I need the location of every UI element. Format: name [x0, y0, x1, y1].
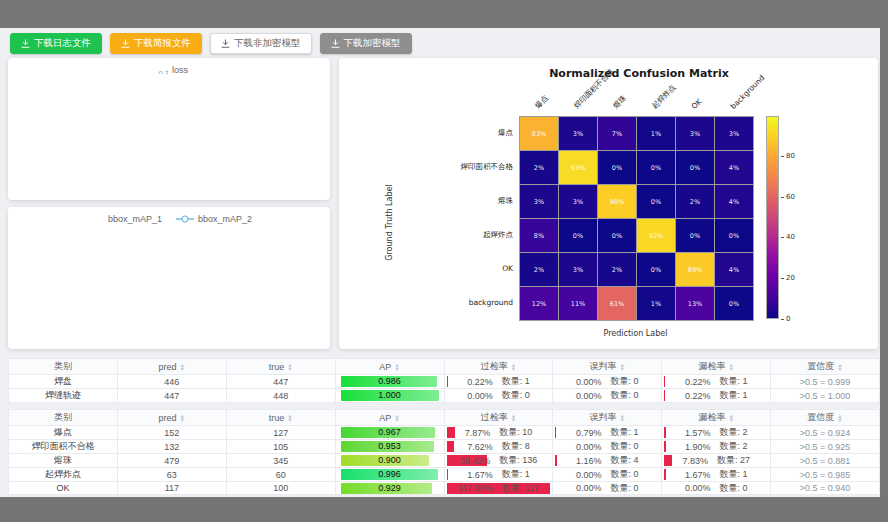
column-header-pred[interactable]: pred▲▼: [117, 359, 226, 375]
misjudge-cell: 0.00%数量: 0: [553, 389, 662, 403]
rate-percent: 0.00%: [576, 470, 602, 480]
rate-percent: 0.22%: [685, 391, 711, 401]
column-header-missrate[interactable]: 漏检率▲▼: [662, 410, 771, 426]
legend-item-bbox_mAP_2[interactable]: bbox_mAP_2: [176, 214, 252, 224]
map-chart-card: 00.20.40.60.81123456789101112bbox_mAP_1b…: [8, 207, 330, 349]
matrix-cell: 0%: [715, 287, 753, 320]
rate-percent: 117.00%: [458, 483, 493, 493]
matrix-cell: 2%: [598, 253, 636, 286]
metrics-tables: 类别pred▲▼true▲▼AP▲▼过检率▲▼误判率▲▼漏检率▲▼置信度▲▼焊盘…: [8, 358, 880, 495]
column-label: true: [269, 362, 285, 372]
rate-percent: 1.67%: [685, 470, 711, 480]
matrix-cell: 1%: [637, 117, 675, 150]
sort-icon[interactable]: ▲▼: [728, 363, 733, 371]
rate-count: 数量: 0: [611, 375, 639, 388]
legend-marker-icon: 00.050.10.150.20.250.30.3512345678910111…: [150, 66, 168, 74]
column-header-confidence[interactable]: 置信度▲▼: [771, 359, 880, 375]
overdetect-cell: 7.62%数量: 8: [444, 440, 553, 454]
column-header-true[interactable]: true▲▼: [226, 359, 335, 375]
column-header-missrate[interactable]: 漏检率▲▼: [662, 359, 771, 375]
matrix-col-label: OK: [690, 97, 704, 111]
ap-value: 0.953: [341, 441, 439, 452]
matrix-cell: 3%: [676, 117, 714, 150]
true-cell: 448: [226, 389, 335, 403]
overdetect-cell: 0.00%数量: 0: [444, 389, 553, 403]
ap-value: 0.967: [341, 427, 439, 438]
column-header-misjudge[interactable]: 误判率▲▼: [553, 410, 662, 426]
legend-label: bbox_mAP_2: [198, 214, 252, 224]
rate-percent: 0.79%: [576, 428, 602, 438]
missrate-cell: 0.22%数量: 1: [662, 375, 771, 389]
class-cell: 爆点: [9, 426, 118, 440]
matrix-cell: 11%: [559, 287, 597, 320]
sort-icon[interactable]: ▲▼: [728, 414, 733, 422]
rate-count: 数量: 136: [499, 454, 537, 467]
class-cell: 焊盘: [9, 375, 118, 389]
column-label: 漏检率: [698, 360, 725, 373]
download-icon: [331, 39, 340, 48]
column-label: pred: [159, 362, 177, 372]
column-label: 过检率: [481, 360, 508, 373]
download-log-file-button[interactable]: 下载日志文件: [10, 33, 102, 54]
matrix-cell: 0%: [637, 185, 675, 218]
confidence-cell: >0.5 = 0.985: [771, 468, 880, 482]
column-header-true[interactable]: true▲▼: [226, 410, 335, 426]
column-label: 置信度: [807, 411, 834, 424]
sort-icon[interactable]: ▲▼: [394, 363, 399, 371]
rate-count: 数量: 1: [719, 468, 747, 481]
download-encrypted-model-button[interactable]: 下载加密模型: [320, 33, 412, 54]
sort-icon[interactable]: ▲▼: [511, 363, 516, 371]
sort-icon[interactable]: ▲▼: [180, 363, 185, 371]
rate-count: 数量: 1: [611, 426, 639, 439]
rate-percent: 1.90%: [685, 442, 711, 452]
ap-cell: 0.986: [335, 375, 444, 389]
true-cell: 127: [226, 426, 335, 440]
legend-item-bbox_mAP_1[interactable]: 00.20.40.60.81123456789101112bbox_mAP_1: [86, 214, 162, 224]
sort-icon[interactable]: ▲▼: [287, 414, 292, 422]
matrix-cell: 0%: [598, 219, 636, 252]
rate-count: 数量: 8: [502, 440, 530, 453]
class-cell: 焊印面积不合格: [9, 440, 118, 454]
column-header-overdetect[interactable]: 过检率▲▼: [444, 410, 553, 426]
matrix-cell: 0%: [676, 219, 714, 252]
sort-icon[interactable]: ▲▼: [287, 363, 292, 371]
column-header-confidence[interactable]: 置信度▲▼: [771, 410, 880, 426]
legend-item-loss[interactable]: 00.050.10.150.20.250.30.3512345678910111…: [150, 65, 188, 75]
ap-value: 0.929: [341, 483, 439, 494]
matrix-cell: 12%: [520, 287, 558, 320]
overdetect-cell: 117.00%数量: 117: [444, 482, 553, 495]
pred-cell: 152: [117, 426, 226, 440]
sort-icon[interactable]: ▲▼: [620, 363, 625, 371]
confusion-matrix-grid: 83%3%7%1%3%3%2%93%0%0%0%4%3%3%90%0%2%4%8…: [519, 116, 754, 321]
rate-count: 数量: 117: [502, 482, 539, 495]
column-header-ap[interactable]: AP▲▼: [335, 410, 444, 426]
sort-icon[interactable]: ▲▼: [180, 414, 185, 422]
column-label: 误判率: [590, 360, 617, 373]
matrix-col-label: 起焊炸点: [650, 83, 678, 111]
sort-icon[interactable]: ▲▼: [394, 414, 399, 422]
column-header-ap[interactable]: AP▲▼: [335, 359, 444, 375]
sort-icon[interactable]: ▲▼: [511, 414, 516, 422]
rate-count: 数量: 0: [611, 389, 639, 402]
rate-count: 数量: 2: [719, 440, 747, 453]
sort-icon[interactable]: ▲▼: [620, 414, 625, 422]
matrix-cell: 3%: [559, 185, 597, 218]
pred-cell: 479: [117, 454, 226, 468]
missrate-cell: 1.67%数量: 1: [662, 468, 771, 482]
download-unencrypted-model-button[interactable]: 下载非加密模型: [210, 33, 312, 54]
sort-icon[interactable]: ▲▼: [837, 414, 842, 422]
table-row: OK1171000.929117.00%数量: 1170.00%数量: 00.0…: [9, 482, 880, 495]
map-chart-legend: 00.20.40.60.81123456789101112bbox_mAP_1b…: [14, 211, 324, 227]
misjudge-cell: 0.00%数量: 0: [553, 468, 662, 482]
download-report-file-button[interactable]: 下载简报文件: [110, 33, 202, 54]
loss-chart-card: 00.050.10.150.20.250.30.3512345678910111…: [8, 58, 330, 200]
sort-icon[interactable]: ▲▼: [837, 363, 842, 371]
column-header-overdetect[interactable]: 过检率▲▼: [444, 359, 553, 375]
ap-value: 0.900: [341, 455, 439, 466]
legend-label: loss: [172, 65, 188, 75]
column-header-misjudge[interactable]: 误判率▲▼: [553, 359, 662, 375]
confidence-cell: >0.5 = 0.999: [771, 375, 880, 389]
confidence-cell: >0.5 = 0.881: [771, 454, 880, 468]
column-header-pred[interactable]: pred▲▼: [117, 410, 226, 426]
matrix-cell: 13%: [676, 287, 714, 320]
